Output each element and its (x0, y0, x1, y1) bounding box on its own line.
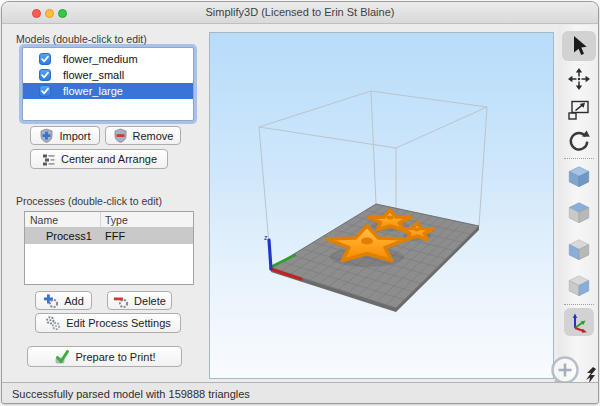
center-and-arrange-button[interactable]: Center and Arrange (30, 149, 168, 169)
delete-button-label: Delete (134, 295, 166, 307)
delete-gear-minus-icon (113, 293, 129, 309)
center-arrange-button-label: Center and Arrange (61, 153, 157, 165)
status-message: Successfully parsed model with 159888 tr… (12, 388, 250, 400)
z-axis-label: z (264, 234, 268, 241)
app-window: Simplify3D (Licensed to Erin St Blaine) … (1, 1, 599, 404)
column-header-type[interactable]: Type (101, 214, 128, 226)
model-name: flower_small (63, 69, 124, 81)
move-arrows-icon (567, 67, 591, 91)
center-arrange-icon (41, 152, 56, 167)
cursor-arrow-icon (569, 35, 589, 57)
checkbox-checked-icon[interactable] (39, 85, 51, 97)
models-list[interactable]: flower_medium flower_small flower_large (22, 47, 194, 121)
remove-button-label: Remove (133, 130, 174, 142)
add-gear-plus-icon (43, 293, 59, 309)
models-section-label: Models (double-click to edit) (16, 33, 147, 45)
checkbox-checked-icon[interactable] (39, 53, 51, 65)
green-check-icon (53, 349, 70, 365)
view-axes-button[interactable] (564, 308, 594, 336)
front-view-cube-icon (566, 237, 592, 263)
column-header-name[interactable]: Name (25, 212, 101, 227)
axes-icon (568, 311, 590, 333)
gears-icon (45, 315, 61, 331)
scale-icon (567, 98, 591, 122)
scale-tool-button[interactable] (565, 96, 593, 124)
prepare-to-print-button[interactable]: Prepare to Print! (27, 346, 182, 367)
viewport-3d[interactable]: z (209, 32, 554, 379)
model-list-item[interactable]: flower_medium (23, 51, 193, 67)
corner-grip-icon[interactable] (585, 367, 597, 383)
model-name: flower_large (63, 85, 123, 97)
prepare-button-label: Prepare to Print! (75, 351, 155, 363)
view-iso-cube-button[interactable] (565, 162, 593, 192)
side-view-cube-icon (566, 273, 592, 299)
processes-table[interactable]: Name Type Process1 FFF (24, 211, 194, 285)
status-bar: Successfully parsed model with 159888 tr… (2, 382, 598, 404)
model-name: flower_medium (63, 53, 138, 65)
window-title: Simplify3D (Licensed to Erin St Blaine) (2, 6, 598, 18)
checkbox-checked-icon[interactable] (39, 69, 51, 81)
processes-table-header: Name Type (25, 212, 193, 228)
delete-process-button[interactable]: Delete (107, 291, 172, 310)
import-shield-plus-icon (39, 128, 54, 143)
iso-view-cube-icon (566, 164, 592, 190)
process-name: Process1 (25, 230, 101, 242)
add-process-button[interactable]: Add (35, 291, 92, 310)
view-front-cube-button[interactable] (565, 235, 593, 265)
view-side-cube-button[interactable] (565, 271, 593, 301)
view-top-cube-button[interactable] (565, 198, 593, 228)
remove-button[interactable]: Remove (105, 126, 181, 145)
import-button-label: Import (59, 130, 90, 142)
import-button[interactable]: Import (30, 126, 100, 145)
processes-section-label: Processes (double-click to edit) (16, 195, 162, 207)
remove-shield-minus-icon (113, 128, 128, 143)
model-list-item[interactable]: flower_small (23, 67, 193, 83)
rotate-tool-button[interactable] (565, 127, 593, 155)
add-button-label: Add (64, 295, 84, 307)
model-list-item-selected[interactable]: flower_large (23, 83, 193, 99)
edit-process-button-label: Edit Process Settings (66, 317, 171, 329)
select-tool-button[interactable] (562, 31, 596, 61)
move-tool-button[interactable] (565, 65, 593, 93)
title-bar[interactable]: Simplify3D (Licensed to Erin St Blaine) (2, 2, 598, 24)
toolbar-separator (564, 304, 594, 305)
edit-process-settings-button[interactable]: Edit Process Settings (35, 313, 181, 333)
rotate-circular-arrow-icon (567, 129, 591, 153)
process-type: FFF (101, 230, 125, 242)
tool-palette (558, 25, 599, 382)
toolbar-separator (564, 158, 594, 159)
process-row-selected[interactable]: Process1 FFF (25, 228, 193, 244)
top-view-cube-icon (566, 200, 592, 226)
build-scene: z (210, 33, 555, 380)
